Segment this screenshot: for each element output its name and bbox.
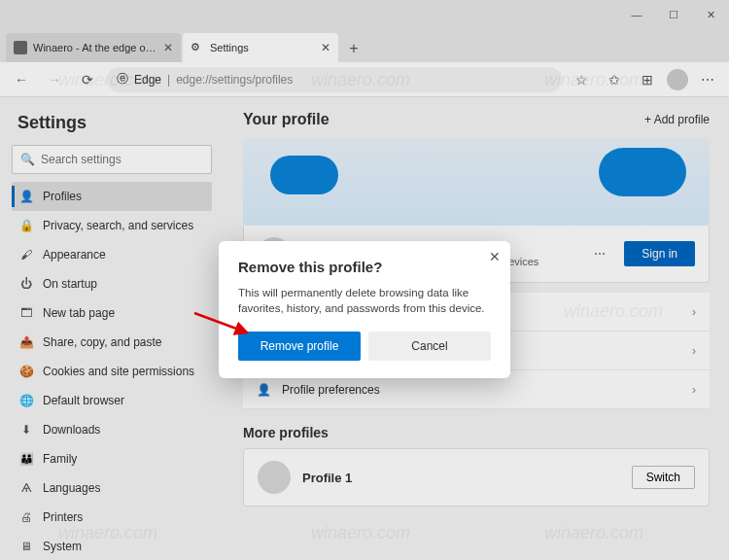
dialog-body: This will permanently delete browsing da… bbox=[238, 285, 491, 316]
dialog-close-button[interactable]: ✕ bbox=[489, 249, 501, 264]
cancel-button[interactable]: Cancel bbox=[368, 332, 491, 361]
remove-profile-button[interactable]: Remove profile bbox=[238, 332, 361, 361]
modal-overlay: ✕ Remove this profile? This will permane… bbox=[0, 0, 729, 560]
remove-profile-dialog: ✕ Remove this profile? This will permane… bbox=[219, 241, 510, 378]
dialog-title: Remove this profile? bbox=[238, 259, 491, 275]
dialog-buttons: Remove profile Cancel bbox=[238, 332, 491, 361]
